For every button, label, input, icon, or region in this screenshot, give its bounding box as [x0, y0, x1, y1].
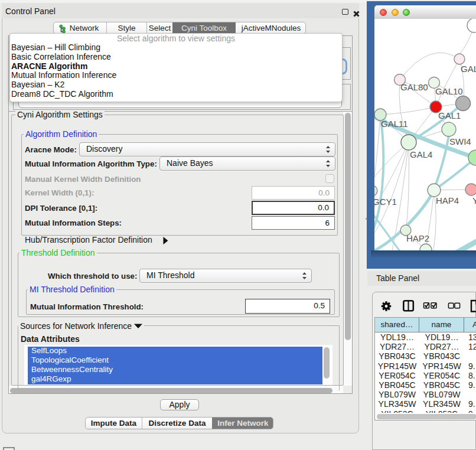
svg-text:SWI4: SWI4	[449, 136, 471, 146]
svg-text:GAL80: GAL80	[400, 82, 428, 92]
svg-text:HAP2: HAP2	[406, 233, 429, 243]
svg-text:GAL11: GAL11	[381, 119, 408, 129]
svg-text:GAL: GAL	[461, 64, 476, 74]
svg-text:GAL1: GAL1	[438, 110, 461, 120]
svg-text:GAL10: GAL10	[435, 86, 463, 96]
svg-text:Y: Y	[472, 195, 476, 206]
svg-text:HAP4: HAP4	[436, 195, 459, 206]
svg-text:GCY1: GCY1	[374, 197, 397, 207]
svg-text:GAL4: GAL4	[410, 149, 432, 159]
